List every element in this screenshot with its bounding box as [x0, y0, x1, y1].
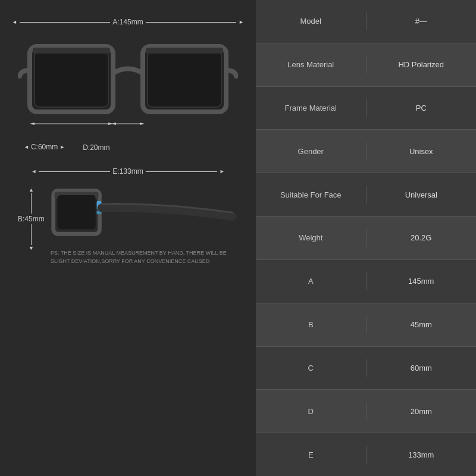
spec-value: 60mm — [367, 359, 477, 377]
spec-value: 20mm — [367, 402, 477, 421]
spec-row: D20mm — [256, 390, 476, 433]
spec-row: Suitable For FaceUniversal — [256, 173, 476, 217]
spec-row: C60mm — [256, 347, 476, 390]
right-panel: Model#—Lens MaterialHD PolarizedFrame Ma… — [256, 0, 476, 476]
spec-row: A145mm — [256, 260, 476, 303]
glasses-side-diagram: ▲ B:45mm ▼ — [12, 178, 244, 255]
spec-label: A — [256, 272, 367, 290]
ps-note: PS: THE SIZE IS MANUAL MEASUREMENT BY HA… — [51, 249, 229, 265]
spec-value: PC — [367, 99, 477, 117]
glasses-front-diagram — [12, 29, 244, 148]
spec-value: 20.2G — [367, 228, 477, 247]
spec-label: D — [256, 402, 367, 421]
a-dimension-label: ◄ A:145mm ► — [12, 18, 244, 26]
spec-row: Frame MaterialPC — [256, 87, 476, 130]
spec-label: Model — [256, 12, 367, 30]
b-dimension-text: B:45mm — [18, 215, 45, 223]
glasses-side-section: ◄ E:133mm ► ▲ B:45mm ▼ — [12, 167, 244, 255]
svg-rect-3 — [148, 51, 221, 107]
spec-value: HD Polarized — [367, 55, 477, 74]
spec-row: Weight20.2G — [256, 217, 476, 260]
spec-row: GenderUnisex — [256, 130, 476, 173]
svg-rect-1 — [35, 51, 108, 107]
spec-value: 145mm — [367, 272, 477, 290]
e-dimension-text: E:133mm — [112, 167, 143, 176]
spec-value: 133mm — [367, 446, 477, 464]
svg-marker-11 — [140, 123, 145, 125]
spec-row: Lens MaterialHD Polarized — [256, 43, 476, 87]
e-dimension-label: ◄ E:133mm ► — [12, 167, 244, 176]
glasses-top-section: ◄ A:145mm ► — [12, 18, 244, 152]
spec-row: B45mm — [256, 303, 476, 347]
spec-label: Gender — [256, 142, 367, 161]
svg-marker-7 — [30, 123, 35, 125]
spec-value: Unisex — [367, 142, 477, 161]
left-panel: ◄ A:145mm ► — [0, 0, 256, 476]
svg-rect-5 — [146, 48, 223, 54]
svg-rect-16 — [57, 195, 95, 229]
spec-value: #— — [367, 12, 477, 30]
a-dimension-text: A:145mm — [112, 18, 143, 26]
svg-marker-10 — [111, 123, 116, 125]
spec-label: C — [256, 359, 367, 377]
specs-table: Model#—Lens MaterialHD PolarizedFrame Ma… — [256, 0, 476, 476]
spec-label: Frame Material — [256, 99, 367, 117]
c-dimension-text: C:60mm — [31, 143, 58, 151]
spec-value: Universal — [367, 186, 477, 204]
spec-row: Model#— — [256, 0, 476, 43]
spec-label: B — [256, 315, 367, 334]
spec-label: Lens Material — [256, 55, 367, 74]
spec-label: Suitable For Face — [256, 186, 367, 204]
spec-label: E — [256, 446, 367, 464]
spec-row: E133mm — [256, 433, 476, 476]
d-dimension-text: D:20mm — [83, 143, 109, 152]
spec-value: 45mm — [367, 315, 477, 334]
svg-rect-4 — [33, 48, 110, 54]
spec-label: Weight — [256, 228, 367, 247]
